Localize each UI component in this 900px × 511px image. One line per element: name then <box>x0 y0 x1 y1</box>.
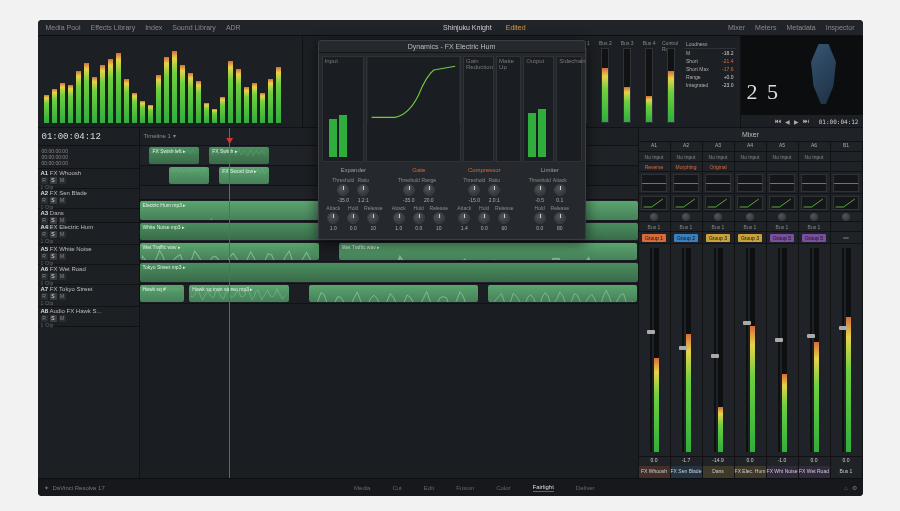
knob[interactable]: Attack1.0 <box>325 205 341 231</box>
audio-clip[interactable]: Hawk sq # <box>140 285 185 302</box>
mixer-strip[interactable]: A6 No Input Bus 1 Group 5 0.0 FX Wet Roa… <box>799 142 831 478</box>
timeline-lane[interactable]: Wet Traffic wav ▸Wet Traffic wav ▸ <box>140 242 638 262</box>
mixer-strip[interactable]: A3 No Input Original Bus 1 Group 3 -14.9… <box>703 142 735 478</box>
strip-eq[interactable] <box>703 172 734 194</box>
knob[interactable]: Threshold-35.0 <box>401 177 417 203</box>
dynamics-panel[interactable]: Dynamics - FX Electric Hum Input <box>318 40 586 240</box>
knob[interactable]: Threshold-0.5 <box>532 177 548 203</box>
track-header[interactable]: A8 Audio FX Hawk S... R S M 1 Clip <box>38 307 139 327</box>
knob[interactable]: Ratio1.2:1 <box>355 177 371 203</box>
viewer-image[interactable]: 2 5 <box>741 36 863 115</box>
audio-clip[interactable] <box>488 285 637 302</box>
go-end-icon[interactable]: ⏭ <box>803 118 809 124</box>
solo-button[interactable]: S <box>50 231 57 238</box>
strip-eq[interactable] <box>735 172 766 194</box>
strip-bus[interactable]: Bus 1 <box>799 222 830 232</box>
dyn-section[interactable]: GateThreshold-35.0Range20.0Attack1.0Hold… <box>388 167 450 237</box>
strip-bus[interactable]: Bus 1 <box>639 222 670 232</box>
strip-fx[interactable] <box>799 162 830 172</box>
menu-index[interactable]: Index <box>145 24 162 31</box>
mute-button[interactable]: M <box>59 177 66 184</box>
strip-group[interactable] <box>831 232 862 244</box>
track-header[interactable]: A1 FX Whoosh R S M 1 Clip <box>38 169 139 189</box>
dyn-section[interactable]: CompressorThreshold-15.0Ratio2.0:1Attack… <box>454 167 516 237</box>
strip-dyn[interactable] <box>831 194 862 212</box>
knob[interactable]: Attack1.0 <box>391 205 407 231</box>
arm-button[interactable]: R <box>41 177 48 184</box>
knob[interactable]: Hold0.0 <box>411 205 427 231</box>
strip-pan[interactable] <box>735 212 766 222</box>
track-header[interactable]: A2 FX Sen Blade R S M 1 Clip <box>38 189 139 209</box>
arm-button[interactable]: R <box>41 315 48 322</box>
knob[interactable]: Release10 <box>431 205 447 231</box>
strip-pan[interactable] <box>671 212 702 222</box>
strip-group[interactable]: Group 5 <box>767 232 798 244</box>
menu-sound-library[interactable]: Sound Library <box>172 24 216 31</box>
strip-eq[interactable] <box>671 172 702 194</box>
strip-group[interactable]: Group 3 <box>703 232 734 244</box>
knob[interactable]: Release60 <box>496 205 512 231</box>
audio-clip[interactable]: FX Swish ▸ <box>209 147 269 164</box>
dyn-section[interactable]: ExpanderThreshold-35.0Ratio1.2:1Attack1.… <box>323 167 385 237</box>
strip-dyn[interactable] <box>767 194 798 212</box>
arm-button[interactable]: R <box>41 217 48 224</box>
strip-eq[interactable] <box>831 172 862 194</box>
strip-bus[interactable] <box>831 222 862 232</box>
mixer-strip[interactable]: B1 0.0 Bus 1 <box>831 142 863 478</box>
knob[interactable]: Ratio2.0:1 <box>486 177 502 203</box>
strip-dyn[interactable] <box>735 194 766 212</box>
strip-fx[interactable]: Morphing <box>671 162 702 172</box>
strip-dyn[interactable] <box>639 194 670 212</box>
mute-button[interactable]: M <box>59 197 66 204</box>
audio-clip[interactable]: FX Swish left ▸ <box>149 147 199 164</box>
audio-clip[interactable] <box>169 167 209 184</box>
menu-media-pool[interactable]: Media Pool <box>46 24 81 31</box>
track-header[interactable]: A5 FX White Noise R S M 1 Clip <box>38 245 139 265</box>
knob[interactable]: Hold0.0 <box>345 205 361 231</box>
solo-button[interactable]: S <box>50 197 57 204</box>
mute-button[interactable]: M <box>59 217 66 224</box>
mute-button[interactable]: M <box>59 293 66 300</box>
knob[interactable]: Threshold-15.0 <box>466 177 482 203</box>
strip-pan[interactable] <box>767 212 798 222</box>
solo-button[interactable]: S <box>50 293 57 300</box>
audio-clip[interactable]: Wet Traffic wav ▸ <box>339 243 638 260</box>
arm-button[interactable]: R <box>41 253 48 260</box>
strip-fader[interactable] <box>671 244 702 456</box>
mute-button[interactable]: M <box>59 231 66 238</box>
track-header[interactable]: A7 FX Tokyo Street R S M 1 Clip <box>38 285 139 307</box>
solo-button[interactable]: S <box>50 177 57 184</box>
menu-adr[interactable]: ADR <box>226 24 241 31</box>
home-icon[interactable]: ⌂ <box>844 485 848 491</box>
strip-group[interactable]: Group 1 <box>639 232 670 244</box>
page-tab-media[interactable]: Media <box>354 485 370 491</box>
strip-fx[interactable]: Reverse <box>639 162 670 172</box>
page-tab-edit[interactable]: Edit <box>424 485 434 491</box>
timeline-lane[interactable]: Hawk sq #Hawk sq train stereo mp3 ▸ <box>140 284 638 304</box>
go-start-icon[interactable]: ⏮ <box>775 118 781 124</box>
audio-clip[interactable]: FX Sword low ▸ <box>219 167 269 184</box>
strip-bus[interactable]: Bus 1 <box>767 222 798 232</box>
strip-fader[interactable] <box>767 244 798 456</box>
strip-group[interactable]: Group 3 <box>735 232 766 244</box>
strip-fader[interactable] <box>831 244 862 456</box>
strip-input[interactable]: No Input <box>671 152 702 162</box>
audio-clip[interactable]: Tokyo Street mp3 ▸ <box>140 263 638 282</box>
strip-input[interactable] <box>831 152 862 162</box>
strip-group[interactable]: Group 2 <box>671 232 702 244</box>
knob[interactable]: Range20.0 <box>421 177 437 203</box>
strip-fx[interactable] <box>735 162 766 172</box>
strip-input[interactable]: No Input <box>799 152 830 162</box>
track-header[interactable]: A3 Dans R S M 1 Clip <box>38 209 139 223</box>
track-header[interactable]: A6 FX Wet Road R S M 1 Clip <box>38 265 139 285</box>
menu-effects-library[interactable]: Effects Library <box>91 24 136 31</box>
strip-fader[interactable] <box>735 244 766 456</box>
arm-button[interactable]: R <box>41 273 48 280</box>
dyn-section-title[interactable]: Compressor <box>454 167 516 177</box>
knob[interactable]: Attack0.1 <box>552 177 568 203</box>
strip-dyn[interactable] <box>799 194 830 212</box>
playhead[interactable] <box>229 128 230 478</box>
strip-fx[interactable]: Original <box>703 162 734 172</box>
strip-input[interactable]: No Input <box>767 152 798 162</box>
settings-gear-icon[interactable]: ⚙ <box>852 484 857 491</box>
